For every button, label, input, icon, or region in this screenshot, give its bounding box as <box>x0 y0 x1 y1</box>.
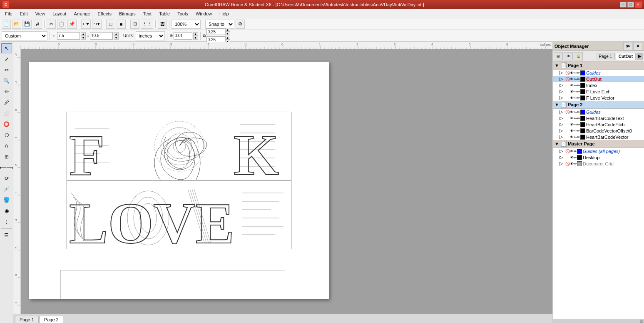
cutout-toggle[interactable]: ▷ <box>559 76 565 82</box>
layer-hbctext[interactable]: ▷ 🚫 👁 ↪ ✏ HeartBarCodeText <box>553 115 644 121</box>
freehand-tool[interactable]: ✏ <box>1 87 12 97</box>
layer-desktop[interactable]: ▷ 🚫 👁 ✏ Desktop <box>553 154 644 160</box>
guidesall-eye[interactable]: 👁 <box>570 149 574 153</box>
floveetch-toggle[interactable]: ▷ <box>559 89 565 94</box>
outline-button[interactable]: □ <box>106 20 115 29</box>
canvas-area[interactable]: F K <box>21 49 552 314</box>
docgrid-eye[interactable]: 👁 <box>570 162 574 166</box>
offset-x-up[interactable]: ▲ <box>225 28 230 32</box>
bcoffset-eye[interactable]: 👁 <box>570 129 574 133</box>
menu-view[interactable]: View <box>32 10 49 17</box>
print-button[interactable]: 🖨 <box>33 20 42 29</box>
artistic-tool[interactable]: 🖊 <box>1 98 12 108</box>
menu-window[interactable]: Window <box>192 10 215 17</box>
blend-tool[interactable]: ⫿ <box>1 217 12 227</box>
rect-tool[interactable]: ⬜ <box>1 108 12 118</box>
height-up[interactable]: ▲ <box>114 32 119 36</box>
units-select[interactable]: inches mm cm <box>136 31 165 40</box>
guides1-toggle[interactable]: ▷ <box>559 70 565 75</box>
hbcetch-eye[interactable]: 👁 <box>570 123 574 127</box>
shape-tool[interactable]: ⤢ <box>1 54 12 64</box>
nudge-spinner[interactable]: ▲ ▼ <box>193 32 198 40</box>
page-tab-1[interactable]: Page 1 <box>15 316 39 323</box>
index-eye[interactable]: 👁 <box>570 83 574 88</box>
guides1-eye[interactable]: 👁 <box>570 71 574 75</box>
new-button[interactable]: 📄 <box>2 20 11 29</box>
guides2-toggle[interactable]: ▷ <box>559 109 565 115</box>
dimension-tool[interactable]: ⟵⟶ <box>1 163 12 173</box>
close-button[interactable]: ✕ <box>635 2 642 8</box>
layer-guides2[interactable]: ▷ 🚫 👁 ↪ ✏ Guides <box>553 109 644 115</box>
menu-file[interactable]: File <box>2 10 16 17</box>
page-preset-select[interactable]: Custom Letter A4 <box>2 31 47 40</box>
nudge-up[interactable]: ▲ <box>193 32 198 36</box>
om-tb-btn3[interactable]: 🔒 <box>574 52 583 60</box>
fill-tool[interactable]: 🪣 <box>1 195 12 205</box>
page-height-input[interactable] <box>90 32 113 40</box>
bcoffset-toggle[interactable]: ▷ <box>559 128 565 133</box>
layer-hbcvector[interactable]: ▷ 🚫 👁 ↪ ✏ HeartBarCodeVector <box>553 134 644 140</box>
desktop-toggle[interactable]: ▷ <box>559 155 565 160</box>
desktop-eye[interactable]: 👁 <box>570 155 574 160</box>
align-button[interactable]: ⊞ <box>130 20 139 29</box>
page-width-input[interactable] <box>57 32 80 40</box>
menu-arrange[interactable]: Arrange <box>70 10 93 17</box>
table-tool[interactable]: ⊞ <box>1 152 12 162</box>
layer-bcoffset[interactable]: ▷ 🚫 👁 ↪ ✏ BarCodeVectorOffset0 <box>553 128 644 134</box>
layer-floveetch[interactable]: ▷ 🚫 👁 ↪ ✏ F Love Etch <box>553 88 644 95</box>
menu-layout[interactable]: Layout <box>49 10 70 17</box>
guidesall-toggle[interactable]: ▷ <box>559 148 565 154</box>
menu-effects[interactable]: Effects <box>94 10 115 17</box>
hbcvector-eye[interactable]: 👁 <box>570 135 574 139</box>
nudge-input[interactable] <box>174 32 192 40</box>
layer-cutout[interactable]: ▷ 🚫 👁 ↪ ✏ CutOut <box>553 76 644 82</box>
nudge-down[interactable]: ▼ <box>193 36 198 40</box>
eyedropper-tool[interactable]: 💉 <box>1 184 12 194</box>
layer-docgrid[interactable]: ▷ 🚫 👁 ✏ Document Grid <box>553 160 644 167</box>
layer-guidesall[interactable]: ▷ 🚫 👁 ✏ Guides (all pages) <box>553 148 644 154</box>
snap-settings-button[interactable]: ⚙ <box>236 20 245 29</box>
index-toggle[interactable]: ▷ <box>559 83 565 88</box>
flovevector-eye[interactable]: 👁 <box>570 96 574 100</box>
om-tb-btn1[interactable]: ⊞ <box>554 52 563 60</box>
om-tab-cutout[interactable]: CutOut <box>616 53 636 60</box>
menu-tools[interactable]: Tools <box>174 10 191 17</box>
docgrid-toggle[interactable]: ▷ <box>559 161 565 166</box>
offset-y-up[interactable]: ▲ <box>225 36 230 40</box>
minimize-button[interactable]: ─ <box>620 2 627 8</box>
layer-flovevector[interactable]: ▷ 🚫 👁 ↪ ✏ F Love Vector <box>553 95 644 101</box>
offset-x-input[interactable] <box>206 28 225 35</box>
fill-button[interactable]: ■ <box>117 20 126 29</box>
menu-text[interactable]: Text <box>140 10 155 17</box>
outline-tool[interactable]: ◉ <box>1 206 12 216</box>
save-button[interactable]: 💾 <box>22 20 32 29</box>
flovevector-toggle[interactable]: ▷ <box>559 95 565 100</box>
obj-scrollbar[interactable] <box>553 319 644 323</box>
redo-button[interactable]: ↪▾ <box>92 20 102 29</box>
om-tab-page1[interactable]: Page 1 <box>596 53 615 60</box>
om-tb-btn2[interactable]: 👁 <box>564 52 573 60</box>
snap-select[interactable]: Snap to <box>205 20 234 29</box>
maximize-button[interactable]: □ <box>627 2 634 8</box>
width-up[interactable]: ▲ <box>81 32 86 36</box>
guides2-eye[interactable]: 👁 <box>570 110 574 114</box>
menu-table[interactable]: Table <box>156 10 173 17</box>
om-tab-expand[interactable]: ▶ <box>637 53 643 60</box>
height-spinner[interactable]: ▲ ▼ <box>114 32 119 40</box>
panel-expand-btn[interactable]: ≫ <box>623 42 632 50</box>
zoom-select[interactable]: 100% 50% 200% Fit Page <box>172 20 201 29</box>
panel-close-btn[interactable]: ✕ <box>633 42 642 50</box>
polygon-tool[interactable]: ⬡ <box>1 130 12 140</box>
zoom-tool[interactable]: 🔍 <box>1 76 12 86</box>
menu-help[interactable]: Help <box>216 10 232 17</box>
hbcvector-toggle[interactable]: ▷ <box>559 134 565 140</box>
page2-toggle[interactable]: ▼ <box>554 102 559 107</box>
connector-tool[interactable]: ⟳ <box>1 173 12 183</box>
import-button[interactable]: 🖼 <box>158 20 167 29</box>
menu-edit[interactable]: Edit <box>17 10 31 17</box>
hbctext-toggle[interactable]: ▷ <box>559 115 565 121</box>
cutout-eye[interactable]: 👁 <box>570 77 574 81</box>
distribute-button[interactable]: ⋮⋮ <box>141 20 153 29</box>
layer-index[interactable]: ▷ 🚫 👁 ↪ ✏ Index <box>553 82 644 88</box>
options-button[interactable]: ☰ <box>1 230 12 240</box>
